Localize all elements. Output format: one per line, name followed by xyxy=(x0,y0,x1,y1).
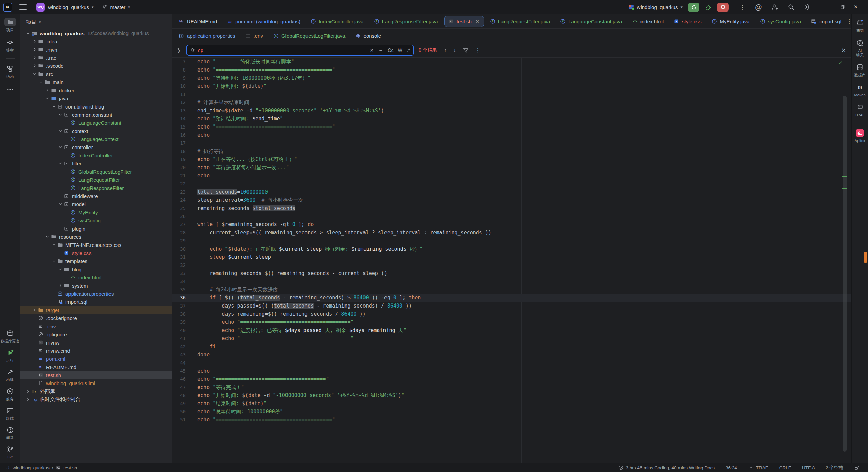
tree-item-java[interactable]: java xyxy=(20,94,172,102)
tree-item-.trae[interactable]: .trae xyxy=(20,54,172,62)
line-number[interactable]: 50 xyxy=(172,408,197,416)
editor-tab-LangRequestFilter.java[interactable]: CLangRequestFilter.java xyxy=(485,14,555,28)
chevron-down-icon[interactable] xyxy=(44,96,50,101)
inspections-ok-icon[interactable] xyxy=(837,60,843,65)
line-ending-selector[interactable]: CRLF xyxy=(779,465,791,470)
tree-item-.idea[interactable]: .idea xyxy=(20,37,172,45)
tree-item-sysConfig[interactable]: CsysConfig xyxy=(20,216,172,224)
tree-item-application.properties[interactable]: application.properties xyxy=(20,290,172,298)
line-number[interactable]: 40 xyxy=(172,326,197,334)
tree-item-middleware[interactable]: middleware xyxy=(20,192,172,200)
tree-item-src[interactable]: src xyxy=(20,70,172,78)
chevron-down-icon[interactable] xyxy=(57,129,63,133)
tool-button-Maven[interactable]: mMaven xyxy=(850,83,868,97)
editor-tab-sysConfig.java[interactable]: CsysConfig.java xyxy=(755,14,806,28)
chevron-down-icon[interactable] xyxy=(57,202,63,206)
time-tracker-widget[interactable]: 3 hrs 46 mins Coding, 40 mins Writing Do… xyxy=(618,465,715,470)
chevron-down-icon[interactable] xyxy=(57,145,63,150)
settings-button[interactable] xyxy=(802,2,813,12)
line-number[interactable]: 9 xyxy=(172,74,197,82)
tool-button-Apifox[interactable]: Apifox xyxy=(850,129,868,143)
chevron-down-icon[interactable] xyxy=(38,80,44,84)
newline-icon[interactable] xyxy=(378,48,383,53)
tree-item-index.html[interactable]: <>index.html xyxy=(20,273,172,281)
line-number[interactable]: 17 xyxy=(172,139,197,147)
tree-item-mvnw.cmd[interactable]: mvnw.cmd xyxy=(20,347,172,355)
line-number[interactable]: 43 xyxy=(172,351,197,359)
tree-header[interactable]: 项目 ▾ xyxy=(20,14,172,28)
line-number[interactable]: 47 xyxy=(172,383,197,391)
minimize-button[interactable]: – xyxy=(822,2,835,12)
clear-search-icon[interactable]: ✕ xyxy=(370,47,374,53)
tree-item-LangRequestFilter[interactable]: CLangRequestFilter xyxy=(20,176,172,184)
caret-position[interactable]: 36:24 xyxy=(726,465,737,470)
tree-item-filter[interactable]: filter xyxy=(20,159,172,168)
editor-tab-GlobalRequestLogFilter.java[interactable]: CGlobalRequestLogFilter.java xyxy=(268,29,350,43)
rerun-button[interactable] xyxy=(688,3,699,12)
breadcrumb-file[interactable]: test.sh xyxy=(63,465,77,470)
line-number[interactable]: 23 xyxy=(172,188,197,196)
tree-item-.env[interactable]: .env xyxy=(20,322,172,330)
line-number[interactable]: 28 xyxy=(172,229,197,237)
chevron-down-icon[interactable] xyxy=(32,72,37,76)
line-number[interactable]: 11 xyxy=(172,90,197,98)
line-number[interactable]: 51 xyxy=(172,416,197,424)
editor-tab-IndexController.java[interactable]: CIndexController.java xyxy=(305,14,369,28)
expand-search-icon[interactable]: ❯ xyxy=(177,48,183,53)
main-menu-button[interactable] xyxy=(19,4,27,10)
tool-button-项目[interactable]: 项目 xyxy=(1,18,20,32)
editor-tab-LangResponseFilter.java[interactable]: CLangResponseFilter.java xyxy=(369,14,443,28)
close-find-bar-button[interactable]: ✕ xyxy=(842,47,846,54)
encoding-selector[interactable]: UTF-8 xyxy=(802,465,815,470)
ai-edge-tag[interactable] xyxy=(864,252,867,263)
tool-button-结构[interactable]: 结构 xyxy=(1,64,20,79)
run-config-selector[interactable]: windblog_quarkus ▾ xyxy=(628,4,683,10)
filter-funnel-icon[interactable] xyxy=(463,47,469,53)
tree-item-GlobalRequestLogFilter[interactable]: CGlobalRequestLogFilter xyxy=(20,168,172,176)
line-number[interactable]: 10 xyxy=(172,82,197,90)
editor-tab-index.html[interactable]: <>index.html xyxy=(627,14,669,28)
editor-tab-MyEntity.java[interactable]: CMyEntity.java xyxy=(707,14,755,28)
tool-button-构建[interactable]: 构建 xyxy=(1,368,20,382)
line-number[interactable]: 33 xyxy=(172,269,197,277)
chevron-down-icon[interactable] xyxy=(57,112,63,117)
code-with-me-button[interactable] xyxy=(769,2,781,12)
code-editor[interactable]: 7echo " 简化版长时间等待脚本"8echo "==============… xyxy=(172,58,851,463)
line-number[interactable]: 45 xyxy=(172,367,197,375)
tree-item-controller[interactable]: controller xyxy=(20,143,172,151)
indent-selector[interactable]: 2 个空格 xyxy=(826,465,843,471)
tree-item-.mvn[interactable]: .mvn xyxy=(20,45,172,54)
line-number[interactable]: 30 xyxy=(172,245,197,253)
tree-item-model[interactable]: model xyxy=(20,200,172,208)
editor-tab-README.md[interactable]: M↓README.md xyxy=(174,14,222,28)
tree-item-target[interactable]: target xyxy=(20,306,172,314)
tree-item-main[interactable]: main xyxy=(20,78,172,86)
chevron-down-icon[interactable] xyxy=(57,161,63,166)
chevron-right-icon[interactable] xyxy=(32,39,37,44)
editor-tab-test.sh[interactable]: test.sh✕ xyxy=(444,16,484,27)
search-everywhere-mention-button[interactable]: @ xyxy=(753,2,764,12)
line-number[interactable]: 21 xyxy=(172,172,197,180)
chevron-down-icon[interactable] xyxy=(57,267,63,272)
search-button[interactable] xyxy=(785,2,797,12)
tool-button-数据库更改[interactable]: 数据库更改 xyxy=(1,329,20,343)
trae-widget[interactable]: TRAE xyxy=(748,465,768,470)
line-number[interactable]: 24 xyxy=(172,196,197,204)
tree-item-IndexController[interactable]: CIndexController xyxy=(20,151,172,159)
tree-item-blog[interactable]: blog xyxy=(20,265,172,273)
line-number[interactable]: 29 xyxy=(172,237,197,245)
stop-button[interactable] xyxy=(717,3,729,12)
tool-button-数据库[interactable]: 数据库 xyxy=(850,63,868,77)
breadcrumb[interactable]: windblog_quarkus › test.sh xyxy=(5,465,77,470)
chevron-down-icon[interactable] xyxy=(25,31,31,36)
close-button[interactable]: ✕ xyxy=(849,2,863,12)
tool-button-提交[interactable]: 提交 xyxy=(1,38,20,53)
line-number[interactable]: 27 xyxy=(172,220,197,229)
tree-item-templates[interactable]: templates xyxy=(20,257,172,265)
line-number[interactable]: 22 xyxy=(172,180,197,188)
editor-tab-style.css[interactable]: 3style.css xyxy=(669,14,707,28)
chevron-down-icon[interactable] xyxy=(51,104,57,109)
chevron-down-icon[interactable] xyxy=(51,242,57,247)
line-number[interactable]: 31 xyxy=(172,253,197,261)
tool-button-Git[interactable]: Git xyxy=(1,445,20,459)
